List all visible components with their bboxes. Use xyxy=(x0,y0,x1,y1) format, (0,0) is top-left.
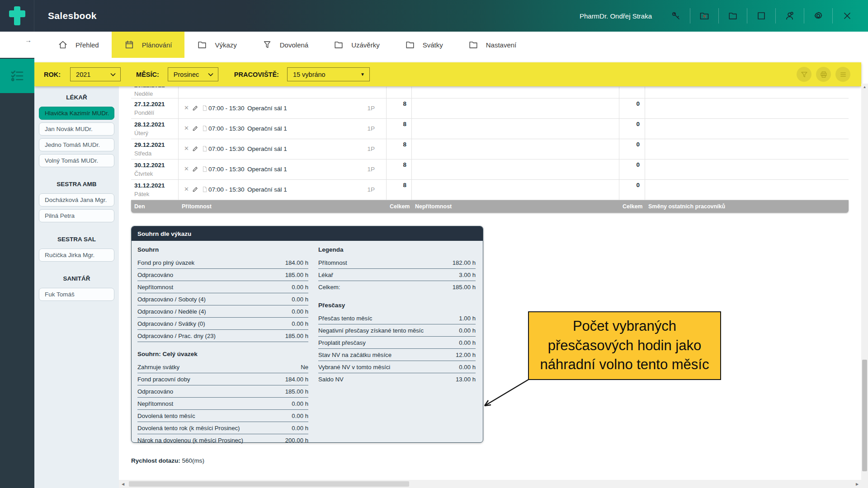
summary-panel: Souhrn dle výkazu Souhrn Fond pro plný ú… xyxy=(131,226,483,443)
sidebar-group-title: LÉKAŘ xyxy=(34,94,119,101)
year-value: 2021 xyxy=(76,71,90,78)
summary-row: Vybrané NV v tomto měsíci 0.00 h xyxy=(318,361,476,373)
close-icon[interactable] xyxy=(833,8,861,23)
delete-shift-icon[interactable]: ✕ xyxy=(184,125,189,131)
row-day-name: Čtvrtek xyxy=(134,170,153,177)
summary-row: Fond pro plný úvazek 184.00 h xyxy=(137,257,308,269)
presence-cell[interactable]: ✕ 07:00 - 15:30 Operační sál 1 1P xyxy=(179,180,387,200)
presence-cell[interactable] xyxy=(179,87,387,99)
presence-cell[interactable]: ✕ 07:00 - 15:30 Operační sál 1 1P xyxy=(179,99,387,118)
app-logo[interactable] xyxy=(0,0,34,32)
copy-shift-icon[interactable] xyxy=(202,145,208,152)
staff-list-toggle[interactable] xyxy=(0,59,34,93)
square-icon[interactable] xyxy=(747,8,776,23)
summary-row: Negativní přesčasy získané tento měsíc 0… xyxy=(318,324,476,337)
presence-total-cell: 8 xyxy=(387,160,412,179)
delete-shift-icon[interactable]: ✕ xyxy=(184,104,189,111)
edit-shift-icon[interactable] xyxy=(192,125,198,131)
absence-cell[interactable] xyxy=(412,160,619,179)
summary-row-label: Proplatit přesčasy xyxy=(318,339,366,346)
absence-cell[interactable] xyxy=(412,139,619,159)
absence-cell[interactable] xyxy=(412,87,619,99)
staff-sidebar: LÉKAŘHlavička Kazimír MUDr.Jan Novák MUD… xyxy=(34,86,119,488)
filter-bar: ROK: 2021 MĚSÍC: Prosinec PRACOVIŠTĚ: 15… xyxy=(34,62,861,86)
presence-total-cell: 8 xyxy=(387,139,412,159)
footer-col-header: Směny ostatních pracovníků xyxy=(645,200,849,213)
sidebar-staff-item[interactable]: Fuk Tomáš xyxy=(39,288,114,301)
presence-cell[interactable]: ✕ 07:00 - 15:30 Operační sál 1 1P xyxy=(179,160,387,179)
top-bar: Salesbook PharmDr. Ondřej Straka N xyxy=(0,0,868,32)
tab-uzaverky[interactable]: Uzávěrky xyxy=(321,32,392,58)
scroll-right-icon[interactable]: ▶ xyxy=(853,482,861,486)
delete-shift-icon[interactable]: ✕ xyxy=(184,165,189,172)
sidebar-staff-item[interactable]: Docházková Jana Mgr. xyxy=(39,193,114,206)
edit-shift-icon[interactable] xyxy=(192,166,198,172)
chevron-down-icon xyxy=(208,73,213,76)
collapse-arrow-icon[interactable]: → xyxy=(25,36,32,44)
gear-icon[interactable] xyxy=(804,8,833,23)
summary-row: Nepřítomnost 0.00 h xyxy=(137,398,308,410)
scroll-up-icon[interactable]: ▲ xyxy=(861,85,868,89)
tab-nastaveni[interactable]: Nastavení xyxy=(456,32,529,58)
summary-row-label: Odpracováno / Neděle (4) xyxy=(137,308,206,315)
key-icon[interactable] xyxy=(662,8,690,23)
workplace-select[interactable]: 15 vybráno ▼ xyxy=(287,67,370,81)
tab-label: Plánování xyxy=(142,41,172,49)
shift-tag: 1P xyxy=(367,145,375,152)
print-button[interactable] xyxy=(816,67,831,82)
copy-shift-icon[interactable] xyxy=(202,166,208,172)
sidebar-staff-item[interactable]: Ručička Jirka Mgr. xyxy=(39,249,114,262)
topbar-icon-group: N xyxy=(662,8,861,23)
row-date: 29.12.2021 xyxy=(134,141,165,148)
edit-shift-icon[interactable] xyxy=(192,145,198,152)
folder-icon[interactable] xyxy=(719,8,747,23)
copy-shift-icon[interactable] xyxy=(202,125,208,131)
sidebar-staff-item[interactable]: Volný Tomáš MUDr. xyxy=(39,154,114,167)
home-icon xyxy=(58,40,68,50)
absence-cell[interactable] xyxy=(412,99,619,118)
horizontal-scrollbar[interactable]: ◀ ▶ xyxy=(119,480,861,488)
tab-prehled[interactable]: Přehled xyxy=(45,32,112,58)
summary-row-value: 13.00 h xyxy=(456,376,476,383)
shift-tag: 1P xyxy=(367,186,375,193)
absence-cell[interactable] xyxy=(412,119,619,139)
folder-n-icon[interactable]: N xyxy=(690,8,719,23)
sidebar-staff-item[interactable]: Hlavička Kazimír MUDr. xyxy=(39,107,114,120)
main-content: 26.12.2021 Neděle 0 0 27.12.2021 Pondělí… xyxy=(119,86,861,480)
sidebar-staff-item[interactable]: Jedno Tomáš MUDr. xyxy=(39,138,114,151)
month-select[interactable]: Prosinec xyxy=(168,67,218,81)
tab-dovolena[interactable]: Dovolená xyxy=(250,32,321,58)
copy-shift-icon[interactable] xyxy=(202,186,208,192)
edit-shift-icon[interactable] xyxy=(192,105,198,111)
scroll-left-icon[interactable]: ◀ xyxy=(119,482,127,486)
delete-shift-icon[interactable]: ✕ xyxy=(184,186,189,192)
other-shifts-cell xyxy=(645,160,849,179)
absence-cell[interactable] xyxy=(412,180,619,200)
vertical-scroll-thumb[interactable] xyxy=(862,360,867,471)
menu-button[interactable] xyxy=(835,67,850,82)
tab-planovani[interactable]: Plánování xyxy=(112,32,185,58)
summary-section-title: Souhrn xyxy=(137,246,308,257)
delete-shift-icon[interactable]: ✕ xyxy=(184,145,189,152)
year-select[interactable]: 2021 xyxy=(70,67,121,81)
tab-svatky[interactable]: Svátky xyxy=(392,32,456,58)
absence-total-cell: 0 xyxy=(619,119,645,139)
sidebar-staff-item[interactable]: Jan Novák MUDr. xyxy=(39,122,114,136)
presence-cell[interactable]: ✕ 07:00 - 15:30 Operační sál 1 1P xyxy=(179,119,387,139)
filter-button[interactable] xyxy=(797,67,811,82)
summary-row: Zahrnuje svátky Ne xyxy=(137,361,308,373)
edit-shift-icon[interactable] xyxy=(192,186,198,192)
copy-shift-icon[interactable] xyxy=(202,105,208,111)
vertical-scrollbar[interactable]: ▲ ▼ xyxy=(861,84,868,488)
horizontal-scroll-thumb[interactable] xyxy=(129,481,409,487)
summary-row: Odpracováno 185.00 h xyxy=(137,385,308,398)
day-cell: 28.12.2021 Úterý xyxy=(131,119,179,139)
tab-label: Svátky xyxy=(423,41,443,49)
sidebar-staff-item[interactable]: Pilná Petra xyxy=(39,209,114,222)
tab-vykazy[interactable]: Výkazy xyxy=(184,32,249,58)
presence-cell[interactable]: ✕ 07:00 - 15:30 Operační sál 1 1P xyxy=(179,139,387,159)
shift-time: 07:00 - 15:30 xyxy=(208,145,245,152)
month-label: MĚSÍC: xyxy=(136,71,159,78)
presence-total-cell: 0 xyxy=(387,87,412,99)
user-icon[interactable] xyxy=(776,8,804,23)
